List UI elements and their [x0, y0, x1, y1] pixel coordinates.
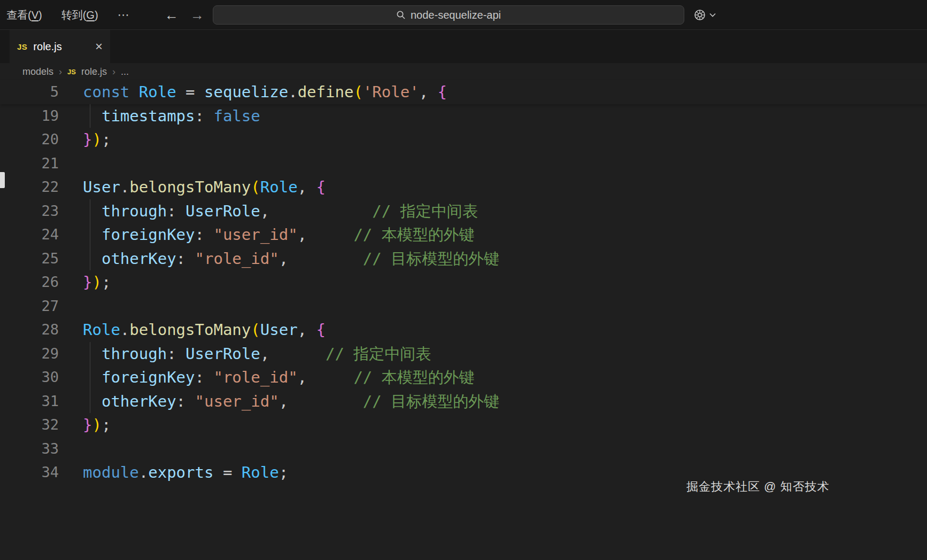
code-row[interactable]: 32});: [0, 413, 927, 437]
line-number[interactable]: 25: [0, 247, 59, 271]
code-row[interactable]: 30 foreignKey: "role_id", // 本模型的外键: [0, 365, 927, 390]
menu-go[interactable]: 转到(G): [61, 8, 98, 22]
breadcrumb-file[interactable]: role.js: [81, 66, 107, 77]
code-token: ,: [419, 83, 438, 101]
indent-guide: [90, 104, 90, 128]
line-number[interactable]: 32: [0, 413, 59, 437]
code-token: // 指定中间表: [326, 345, 431, 363]
wheel-icon: [693, 8, 707, 22]
tab-role-js[interactable]: JS role.js ×: [10, 30, 110, 63]
code-row[interactable]: 21: [0, 152, 927, 176]
code-row[interactable]: 23 through: UserRole, // 指定中间表: [0, 199, 927, 223]
code-row[interactable]: 33: [0, 437, 927, 461]
code-line-text: });: [83, 413, 111, 437]
line-number[interactable]: 27: [0, 294, 59, 318]
code-row[interactable]: 31 otherKey: "user_id", // 目标模型的外键: [0, 390, 927, 414]
code-token: :: [195, 107, 214, 125]
line-number[interactable]: 26: [0, 270, 59, 294]
javascript-file-icon: JS: [17, 42, 27, 51]
code-token: // 本模型的外键: [353, 225, 474, 244]
code-row[interactable]: 26});: [0, 270, 927, 294]
code-token: const: [83, 83, 129, 101]
line-number[interactable]: 33: [0, 437, 59, 461]
command-center-search[interactable]: node-sequelize-api: [213, 5, 684, 25]
code-line-text: foreignKey: "user_id", // 本模型的外键: [83, 223, 475, 247]
menu-go-label-post: ): [95, 9, 98, 21]
line-number[interactable]: 23: [0, 199, 59, 223]
breadcrumb-folder[interactable]: models: [22, 66, 53, 77]
titlebar-right-controls[interactable]: [693, 0, 716, 30]
line-number[interactable]: 21: [0, 152, 59, 176]
code-token: User: [260, 321, 298, 339]
code-token: "role_id": [213, 368, 297, 386]
indent-guide: [90, 223, 90, 247]
code-token: ): [92, 416, 101, 434]
code-token: ,: [298, 225, 307, 244]
line-number[interactable]: 29: [0, 342, 59, 366]
line-number[interactable]: 30: [0, 365, 59, 390]
code-token: foreignKey: [102, 368, 195, 386]
history-nav: ← →: [165, 0, 204, 30]
code-token: UserRole: [186, 202, 260, 220]
code-token: ,: [260, 202, 269, 220]
code-token: [269, 345, 326, 363]
code-row[interactable]: 20});: [0, 128, 927, 152]
more-menus-icon[interactable]: ⋯: [118, 8, 130, 22]
code-line-text: otherKey: "user_id", // 目标模型的外键: [83, 390, 499, 414]
code-token: (: [353, 83, 362, 101]
code-line-text: through: UserRole, // 指定中间表: [83, 199, 478, 223]
code-token: // 目标模型的外键: [363, 250, 499, 268]
code-row[interactable]: 28Role.belongsToMany(User, {: [0, 318, 927, 342]
back-icon[interactable]: ←: [165, 7, 179, 24]
code-row[interactable]: 29 through: UserRole, // 指定中间表: [0, 342, 927, 366]
close-tab-icon[interactable]: ×: [95, 40, 103, 53]
code-line-text: });: [83, 128, 111, 152]
code-row[interactable]: 22User.belongsToMany(Role, {: [0, 175, 927, 199]
code-token: ): [92, 130, 101, 149]
line-number[interactable]: 24: [0, 223, 59, 247]
line-number[interactable]: 31: [0, 390, 59, 414]
code-row[interactable]: 25 otherKey: "role_id", // 目标模型的外键: [0, 247, 927, 271]
code-row[interactable]: 19 timestamps: false: [0, 104, 927, 128]
menu-view[interactable]: 查看(V): [6, 8, 42, 22]
sticky-scroll-row[interactable]: 5const Role = sequelize.define('Role', {: [0, 80, 927, 104]
code-token: 'Role': [363, 83, 419, 101]
breadcrumb-symbol-more[interactable]: ...: [121, 66, 129, 77]
code-token: ,: [279, 392, 288, 410]
forward-icon[interactable]: →: [190, 7, 204, 24]
line-number[interactable]: 22: [0, 175, 59, 199]
code-token: .: [288, 83, 297, 101]
code-row[interactable]: 24 foreignKey: "user_id", // 本模型的外键: [0, 223, 927, 247]
code-row[interactable]: 27: [0, 294, 927, 318]
line-number[interactable]: 5: [0, 80, 59, 104]
breadcrumb-separator: ›: [59, 66, 62, 77]
code-token: foreignKey: [102, 225, 195, 244]
line-number[interactable]: 28: [0, 318, 59, 342]
indent-guide: [90, 365, 90, 390]
code-line-text: });: [83, 270, 111, 294]
code-token: {: [316, 321, 326, 339]
code-token: "user_id": [195, 392, 279, 410]
code-token: .: [139, 463, 148, 481]
command-center-text: node-sequelize-api: [411, 9, 501, 21]
menu-bar: 查看(V) 转到(G) ⋯: [6, 0, 130, 30]
line-number[interactable]: 34: [0, 461, 59, 485]
tab-label: role.js: [33, 41, 61, 53]
line-number[interactable]: 19: [0, 104, 59, 128]
code-line-text: module.exports = Role;: [83, 461, 288, 485]
code-token: sequelize: [204, 83, 288, 101]
chevron-down-icon: [709, 13, 716, 17]
code-token: timestamps: [102, 107, 195, 125]
code-line-text: otherKey: "role_id", // 目标模型的外键: [83, 247, 499, 271]
code-token: ,: [260, 345, 269, 363]
breadcrumb-separator: ›: [112, 66, 115, 77]
code-token: UserRole: [186, 345, 260, 363]
code-token: :: [195, 368, 214, 386]
code-token: "user_id": [213, 225, 297, 244]
code-token: module: [83, 463, 139, 481]
code-token: define: [298, 83, 354, 101]
watermark-text: 掘金技术社区 @ 知否技术: [686, 479, 830, 495]
code-token: Role: [83, 321, 120, 339]
code-token: [307, 368, 353, 386]
line-number[interactable]: 20: [0, 128, 59, 152]
